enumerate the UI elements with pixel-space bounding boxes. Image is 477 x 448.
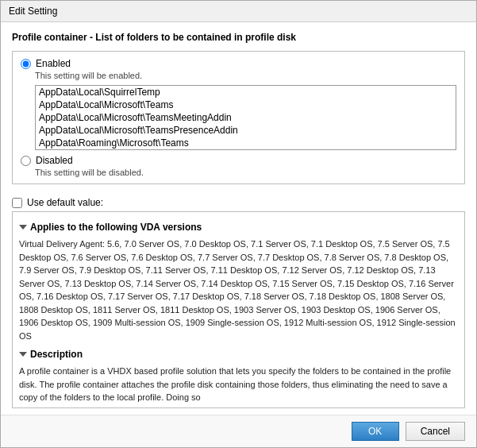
disabled-sub-text: This setting will be disabled. [35,168,456,177]
enabled-label[interactable]: Enabled [36,58,71,69]
list-box-container: AppData\Local\SquirrelTemp AppData\Local… [35,85,456,150]
ok-button[interactable]: OK [352,422,399,441]
vda-header-label: Applies to the following VDA versions [30,220,202,234]
enabled-radio-row[interactable]: Enabled [21,58,456,69]
use-default-row[interactable]: Use default value: [12,197,465,208]
disabled-radio[interactable] [21,156,31,166]
enabled-radio[interactable] [21,59,31,69]
list-item[interactable]: AppData\Roaming\Microsoft\Teams [36,137,456,149]
dialog-title-bar: Edit Setting [1,1,476,22]
use-default-checkbox[interactable] [12,198,22,208]
enabled-sub-text: This setting will be enabled. [35,71,456,80]
dialog-content: Profile container - List of folders to b… [1,22,476,415]
description-text: A profile container is a VHDX based prof… [19,365,458,404]
section-title: Profile container - List of folders to b… [12,32,465,43]
disabled-section: Disabled This setting will be disabled. [21,155,456,177]
disabled-label[interactable]: Disabled [36,155,73,166]
info-panel[interactable]: Applies to the following VDA versions Vi… [12,211,465,408]
use-default-label[interactable]: Use default value: [27,197,103,208]
vda-text: Virtual Delivery Agent: 5.6, 7.0 Server … [19,238,458,342]
edit-setting-dialog: Edit Setting Profile container - List of… [0,0,477,448]
list-item[interactable]: AppData\Local\SquirrelTemp [36,86,456,98]
dialog-footer: OK Cancel [1,415,476,447]
vda-header-row: Applies to the following VDA versions [19,220,458,234]
vda-triangle-icon [19,225,27,230]
list-item[interactable]: AppData\Local\Microsoft\TeamsMeetingAddi… [36,111,456,124]
description-triangle-icon [19,352,27,357]
description-header-row: Description [19,347,458,361]
cancel-button[interactable]: Cancel [406,422,465,441]
dialog-title: Edit Setting [9,6,57,17]
disabled-radio-row[interactable]: Disabled [21,155,456,166]
list-item[interactable]: AppData\Local\Microsoft\TeamsPresenceAdd… [36,124,456,137]
options-box: Enabled This setting will be enabled. Ap… [12,51,465,184]
folders-list[interactable]: AppData\Local\SquirrelTemp AppData\Local… [35,85,456,150]
description-header-label: Description [30,347,83,361]
list-item[interactable]: AppData\Local\Microsoft\Teams [36,98,456,111]
